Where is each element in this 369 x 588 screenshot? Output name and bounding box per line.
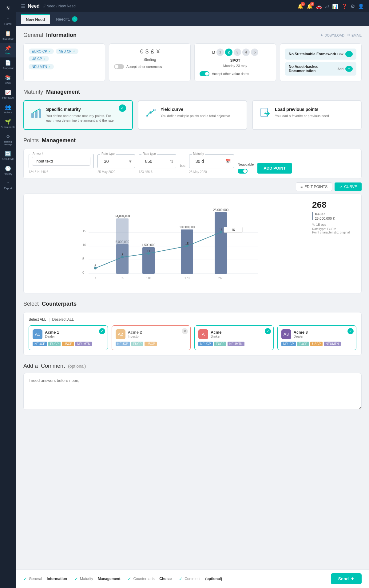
transfer-icon[interactable]: ⇄ — [325, 3, 329, 9]
accept-currencies-toggle[interactable] — [114, 64, 124, 69]
sidebar: N ⌂ Home 📋 Issuance 📌 Need 📄 Proposal 📚 … — [0, 0, 16, 588]
maturity-title-bold: Management — [46, 89, 80, 95]
notification-icon-2[interactable]: 🔔2 — [307, 3, 313, 9]
bottom-bar: ✓ General Information ✓ Maturity Managem… — [16, 569, 369, 588]
rate-type-1-select[interactable]: 30 60 90 — [101, 157, 132, 166]
step-check-icon: ✓ — [74, 576, 78, 581]
cp-header-acme3: A3 Acme 3 Dealer — [281, 329, 353, 339]
download-button[interactable]: ⬇ DOWNLOAD — [320, 33, 344, 37]
chart-svg: 0 5 10 15 7 5,000,000 65 — [30, 200, 307, 286]
cp-card-acme2[interactable]: ✕ A2 Acme 2 Investor NEUCP EUCP USCP — [112, 325, 191, 350]
settings-icon[interactable]: ⚙ — [351, 3, 355, 9]
yield-curve-card[interactable]: Yield curve You define multiple points a… — [138, 100, 247, 130]
cp-tags-acme: NEUCP EUCP NEUMTN — [198, 342, 270, 346]
sustainable-link-button[interactable]: + — [345, 51, 353, 57]
svg-rect-28 — [116, 218, 129, 274]
comment-textarea[interactable] — [23, 373, 362, 410]
sidebar-item-need[interactable]: 📌 Need — [0, 43, 16, 57]
bottom-step-general: ✓ General Information — [23, 576, 67, 581]
car-icon[interactable]: 🚗 — [316, 3, 322, 9]
sidebar-item-sustainable[interactable]: 🌱 Sustainable — [0, 116, 16, 131]
svg-text:8: 8 — [121, 253, 123, 257]
sidebar-item-label: Export — [4, 187, 12, 190]
maturity-input[interactable] — [192, 157, 223, 166]
asset-backed-add-button[interactable]: + — [345, 66, 353, 72]
negotiable-toggle[interactable] — [238, 169, 248, 174]
cp-tag-uscp: USCP — [145, 342, 157, 346]
curve-button[interactable]: ↗ CURVE — [335, 182, 362, 191]
edit-points-button[interactable]: ≡ EDIT POINTS — [296, 182, 332, 191]
sidebar-item-issuance[interactable]: 📋 Issuance — [0, 28, 16, 43]
load-previous-card[interactable]: Load previous points You load a favorite… — [252, 100, 362, 130]
cp-card-acme1[interactable]: ✓ A1 Acme 1 Dealer NEUCP EUCP USCP — [29, 325, 108, 350]
accept-value-dates-row: Accept other value dates — [200, 71, 271, 76]
currency-name: Sterling — [114, 57, 185, 62]
sidebar-item-history[interactable]: 🕐 History — [0, 163, 16, 178]
cp-name-acme: Acme — [211, 330, 221, 335]
list-icon: ≡ — [300, 185, 303, 189]
sidebar-item-book[interactable]: 📚 Book — [0, 72, 16, 87]
rate-type-1-wrapper: Rate type 30 60 90 ▼ — [97, 154, 135, 168]
tag-neucp[interactable]: NEU CP ✓ — [56, 49, 78, 54]
step-4[interactable]: 4 — [242, 49, 250, 56]
user-icon[interactable]: 👤 — [358, 3, 364, 9]
tab-new-need[interactable]: New Need — [21, 14, 50, 24]
tag-label: US CP — [32, 57, 42, 61]
notification-icon-1[interactable]: 🔔1 — [297, 3, 304, 9]
sidebar-item-home[interactable]: ⌂ Home — [0, 14, 16, 28]
rate-type-2-input[interactable] — [142, 157, 173, 166]
sidebar-item-proposal[interactable]: 📄 Proposal — [0, 57, 16, 72]
step-3[interactable]: 3 — [234, 49, 241, 56]
tag-neumtn[interactable]: NEU MTN ✓ — [29, 64, 54, 69]
rate-type-2-wrapper: Rate type ⇅ — [139, 154, 176, 168]
tab-need1[interactable]: Need#1 5 — [51, 14, 82, 24]
cp-card-acme3[interactable]: ✓ A3 Acme 3 Dealer NEUCP EUCP USCP — [277, 325, 357, 350]
calendar-icon[interactable]: 📅 — [226, 159, 231, 163]
bottom-step-counterparts-bold: Choice — [159, 577, 172, 581]
chart-icon[interactable]: 📊 — [332, 3, 338, 9]
tag-uscp[interactable]: US CP ✓ — [29, 56, 49, 61]
comment-title-normal: Add a — [23, 363, 38, 369]
cp-header-acme1: A1 Acme 1 Dealer — [33, 329, 104, 339]
points-title-normal: Points — [23, 137, 39, 143]
send-icon: ✈ — [351, 576, 354, 581]
send-button[interactable]: Send ✈ — [331, 573, 362, 584]
specific-maturity-icon — [30, 107, 42, 122]
specific-maturity-card[interactable]: Specific maturity You define one or more… — [23, 100, 133, 130]
select-all-button[interactable]: Select ALL — [29, 317, 46, 322]
accept-value-dates-toggle[interactable] — [200, 71, 209, 76]
help-icon[interactable]: ❓ — [341, 3, 347, 9]
sidebar-item-posttrade[interactable]: 🔄 Post-trade — [0, 148, 16, 163]
sidebar-item-issuing-settings[interactable]: ⚙ Issuing settings — [0, 131, 16, 148]
general-title-normal: General — [23, 32, 43, 38]
sidebar-item-label: Post-trade — [2, 158, 14, 161]
deselect-all-button[interactable]: Deselect ALL — [52, 317, 74, 322]
bottom-step-comment-bold: (optional) — [205, 577, 222, 581]
email-button[interactable]: ✉ EMAIL — [347, 33, 362, 37]
step-5[interactable]: 5 — [251, 49, 258, 56]
add-point-button[interactable]: ADD POINT — [257, 163, 292, 174]
sidebar-item-actors[interactable]: 👥 Actors — [0, 102, 16, 116]
step-1[interactable]: 1 — [216, 49, 224, 56]
cp-avatar-acme2: A2 — [116, 329, 125, 339]
yield-curve-title: Yield curve — [161, 107, 230, 112]
sidebar-item-export[interactable]: ↑ Export — [0, 178, 16, 192]
step-2[interactable]: 2 — [225, 49, 232, 56]
badge-1: 1 — [301, 2, 305, 6]
cp-info-acme1: Acme 1 Dealer — [45, 330, 59, 338]
cp-header-acme2: A2 Acme 2 Investor — [116, 329, 187, 339]
topbar: ☰ Need // Need / New Need 🔔1 🔔2 🚗 ⇄ 📊 ❓ … — [16, 0, 369, 12]
cp-deselect-icon[interactable]: ✕ — [182, 328, 188, 334]
cp-card-acme[interactable]: ✓ A Acme Broker NEUCP EUCP NEUMTN — [194, 325, 274, 350]
sustainable-framework-row: No Sustainable Framework Link + — [285, 49, 356, 60]
badge-2: 2 — [310, 2, 314, 6]
chart-toolbar: ≡ EDIT POINTS ↗ CURVE — [23, 182, 362, 191]
book-icon: 📚 — [5, 75, 11, 80]
sidebar-item-pretrade[interactable]: 📈 Pre-trade — [0, 87, 16, 102]
tag-eurocp[interactable]: EURO CP ✓ — [29, 49, 54, 54]
amount-input[interactable] — [32, 157, 90, 166]
menu-icon[interactable]: ☰ — [21, 3, 25, 9]
bottom-step-comment: ✓ Comment (optional) — [179, 576, 222, 581]
cp-avatar-acme1: A1 — [33, 329, 42, 339]
cp-header-acme: A Acme Broker — [198, 329, 270, 339]
